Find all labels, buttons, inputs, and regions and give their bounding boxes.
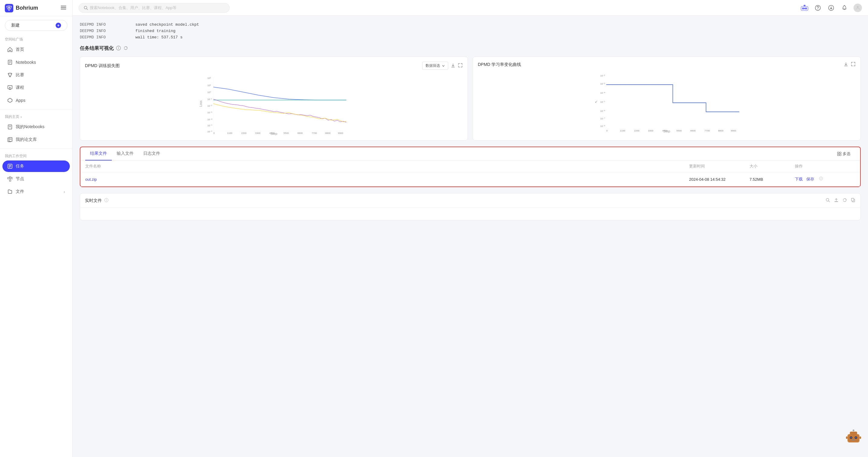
svg-text:10⁰: 10⁰ xyxy=(207,91,211,94)
svg-rect-3 xyxy=(61,9,66,9)
svg-text:10²: 10² xyxy=(207,77,211,80)
logo-icon xyxy=(5,4,13,12)
section-public-label: 空间站广场 xyxy=(0,34,72,43)
help-icon[interactable] xyxy=(814,4,822,12)
terminal-level-2 xyxy=(117,28,132,34)
ai-assistant-icon[interactable] xyxy=(800,4,809,12)
loss-chart-download-icon[interactable] xyxy=(451,63,456,69)
file-tab-actions: 多选 xyxy=(837,147,855,160)
info-icon[interactable] xyxy=(116,45,121,51)
lr-chart-download-icon[interactable] xyxy=(843,62,848,67)
loss-chart-filter[interactable]: 数据筛选 xyxy=(422,62,448,70)
realtime-refresh-icon[interactable] xyxy=(842,198,847,204)
loss-chart-expand-icon[interactable] xyxy=(458,63,463,69)
svg-rect-2 xyxy=(61,7,66,8)
sidebar-item-home[interactable]: 首页 xyxy=(2,44,70,55)
svg-point-109 xyxy=(852,429,855,431)
file-download-button[interactable]: 下载 xyxy=(795,177,803,182)
svg-rect-36 xyxy=(804,8,805,9)
svg-text:10¹: 10¹ xyxy=(207,84,211,87)
realtime-toolbar xyxy=(826,198,856,204)
file-ops: 下载 保存 xyxy=(795,177,855,182)
file-updated: 2024-04-08 14:54:32 xyxy=(689,177,749,182)
sidebar-item-my-papers-label: 我的论文库 xyxy=(16,137,37,142)
trophy-icon xyxy=(7,72,13,78)
tab-input-files[interactable]: 输入文件 xyxy=(112,147,138,160)
sidebar-item-apps[interactable]: Apps xyxy=(2,95,70,106)
realtime-title: 实时文件 xyxy=(85,198,102,204)
sidebar-item-my-notebooks-label: 我的Notebooks xyxy=(16,124,44,130)
file-save-button[interactable]: 保存 xyxy=(806,177,814,182)
svg-text:10⁻³: 10⁻³ xyxy=(600,83,605,85)
svg-text:3300: 3300 xyxy=(648,129,653,131)
realtime-upload-icon[interactable] xyxy=(834,198,839,204)
loss-chart-card: DPMD 训练损失图 数据筛选 xyxy=(80,57,468,141)
svg-rect-37 xyxy=(804,5,805,6)
my-section-arrow[interactable]: › xyxy=(21,115,22,119)
main-content: 搜索Notebook、合集、用户、比赛、课程、App等 xyxy=(72,0,868,457)
realtime-copy-icon[interactable] xyxy=(851,198,856,204)
file-save-info-icon[interactable] xyxy=(819,177,823,182)
svg-text:8800: 8800 xyxy=(325,132,331,134)
svg-text:6600: 6600 xyxy=(298,132,303,134)
terminal-level-3 xyxy=(117,34,132,41)
files-arrow-icon: › xyxy=(64,189,65,194)
lr-chart-expand-icon[interactable] xyxy=(851,62,856,67)
notification-icon[interactable] xyxy=(840,4,849,12)
sidebar-item-apps-label: Apps xyxy=(16,98,25,103)
sidebar-divider-1 xyxy=(0,109,72,110)
realtime-search-icon[interactable] xyxy=(826,198,830,204)
sidebar-item-files[interactable]: 文件 › xyxy=(2,186,70,197)
sidebar-item-competition[interactable]: 比赛 xyxy=(2,69,70,81)
notebooks-icon xyxy=(7,60,13,65)
svg-point-110 xyxy=(850,437,852,438)
sidebar-item-my-notebooks[interactable]: 我的Notebooks xyxy=(2,121,70,133)
sidebar-item-task[interactable]: 任务 xyxy=(2,160,70,172)
apps-icon xyxy=(7,98,13,103)
svg-rect-27 xyxy=(9,180,11,181)
svg-point-40 xyxy=(817,9,818,9)
svg-text:1100: 1100 xyxy=(620,129,625,131)
terminal-source-2: DEEPMD INFO xyxy=(80,28,113,34)
svg-rect-107 xyxy=(852,439,855,440)
svg-rect-91 xyxy=(840,154,841,156)
robot-mascot[interactable] xyxy=(845,428,862,445)
svg-rect-24 xyxy=(7,177,9,179)
user-avatar[interactable] xyxy=(854,4,862,12)
svg-text:10⁻⁵: 10⁻⁵ xyxy=(207,124,212,127)
svg-text:10⁻⁴: 10⁻⁴ xyxy=(207,118,212,121)
svg-rect-1 xyxy=(61,6,66,6)
multi-select-button[interactable]: 多选 xyxy=(837,151,850,157)
sidebar-item-node[interactable]: 节点 xyxy=(2,173,70,185)
svg-text:10⁻⁴: 10⁻⁴ xyxy=(600,92,605,94)
svg-text:↙: ↙ xyxy=(595,99,598,104)
sidebar-item-my-papers[interactable]: 我的论文库 xyxy=(2,134,70,145)
my-papers-icon xyxy=(7,137,13,142)
my-section-header: 我的主页 › xyxy=(0,112,72,121)
file-table-header: 文件名称 更新时间 大小 操作 xyxy=(81,160,860,172)
menu-toggle-button[interactable] xyxy=(60,4,67,12)
realtime-info-icon[interactable] xyxy=(104,198,108,203)
sidebar-item-task-label: 任务 xyxy=(16,163,24,169)
file-name-link[interactable]: out.zip xyxy=(85,177,97,182)
svg-rect-88 xyxy=(837,152,839,154)
svg-point-45 xyxy=(118,47,119,48)
download-icon[interactable] xyxy=(827,4,835,12)
svg-text:1100: 1100 xyxy=(227,132,232,134)
new-button[interactable]: 新建 + xyxy=(5,20,67,31)
task-icon xyxy=(7,163,13,169)
sidebar-item-notebooks[interactable]: Notebooks xyxy=(2,57,70,68)
svg-text:0: 0 xyxy=(213,132,215,134)
sidebar-header: Bohrium xyxy=(0,0,72,16)
terminal-line-2: DEEPMD INFO finished training xyxy=(80,28,861,34)
tab-log-files[interactable]: 日志文件 xyxy=(138,147,165,160)
terminal-message-3: wall time: 537.517 s xyxy=(135,34,183,41)
refresh-icon[interactable] xyxy=(123,45,128,51)
tab-result-files[interactable]: 结果文件 xyxy=(85,147,112,160)
svg-text:2200: 2200 xyxy=(634,129,640,131)
sidebar-item-course[interactable]: 课程 xyxy=(2,82,70,93)
svg-rect-90 xyxy=(837,154,839,156)
search-bar[interactable]: 搜索Notebook、合集、用户、比赛、课程、App等 xyxy=(79,3,230,13)
visualization-title: 任务结果可视化 xyxy=(80,45,114,52)
svg-text:7700: 7700 xyxy=(705,129,710,131)
